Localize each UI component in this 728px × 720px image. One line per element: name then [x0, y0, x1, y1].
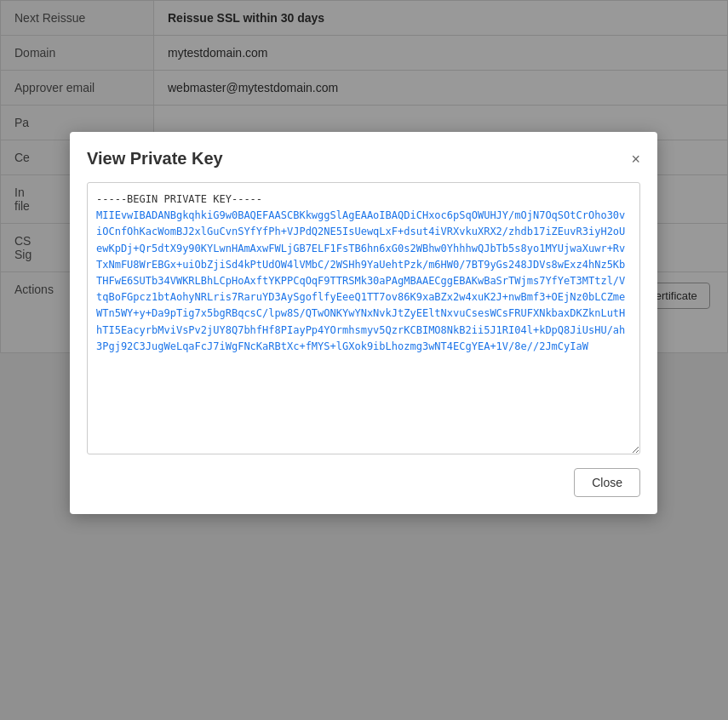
key-content: -----BEGIN PRIVATE KEY----- MIIEvwIBADAN… [96, 191, 631, 355]
modal-footer: Close [87, 468, 640, 497]
modal-close-btn[interactable]: Close [574, 468, 640, 497]
modal-header: View Private Key × [87, 149, 640, 169]
modal-title: View Private Key [87, 149, 223, 169]
modal-body: -----BEGIN PRIVATE KEY----- MIIEvwIBADAN… [87, 182, 640, 454]
view-private-key-modal: View Private Key × -----BEGIN PRIVATE KE… [70, 132, 657, 514]
private-key-textarea[interactable]: -----BEGIN PRIVATE KEY----- MIIEvwIBADAN… [87, 182, 640, 454]
modal-close-button[interactable]: × [631, 151, 640, 167]
key-body-text: MIIEvwIBADANBgkqhkiG9w0BAQEFAASCBKkwggSl… [96, 208, 631, 355]
key-header-line: -----BEGIN PRIVATE KEY----- [96, 191, 631, 208]
